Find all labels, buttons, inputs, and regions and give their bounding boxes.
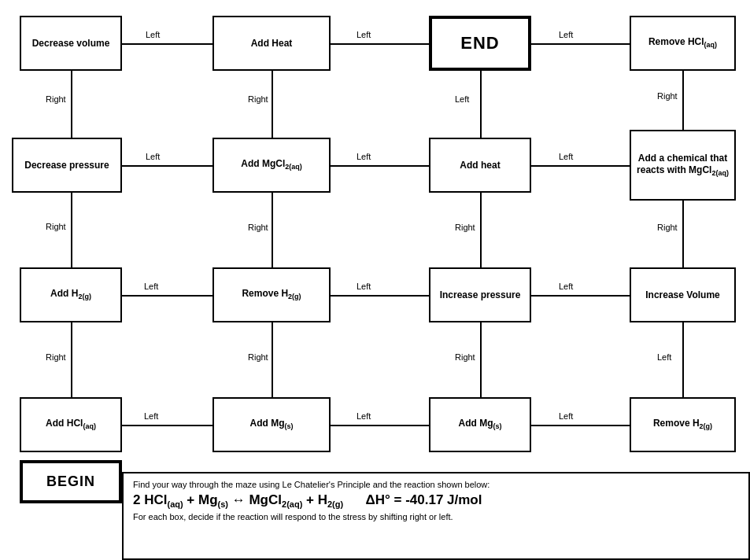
vline-c0-0-1 bbox=[71, 71, 72, 138]
label-c0-v1-2: Right bbox=[46, 222, 66, 231]
node-remove-h2g-bot: Remove H2(g) bbox=[630, 397, 736, 452]
node-decrease-pressure: Decrease pressure bbox=[12, 138, 122, 193]
hline-r2-1 bbox=[122, 295, 212, 297]
hline-r0-3 bbox=[531, 43, 630, 45]
label-r3-h1: Left bbox=[144, 411, 158, 421]
node-add-mgs-bot-mid: Add Mg(s) bbox=[429, 397, 531, 452]
label-r1-h2: Left bbox=[357, 152, 371, 161]
label-r0-h1: Left bbox=[146, 30, 160, 39]
label-r2-h3: Left bbox=[559, 282, 573, 291]
node-add-heat-top: Add Heat bbox=[212, 16, 331, 71]
node-add-mgs-bot-left: Add Mg(s) bbox=[212, 397, 331, 452]
label-r1-h1: Left bbox=[146, 152, 160, 161]
vline-c1-0-1 bbox=[272, 71, 273, 138]
label-r2-h2: Left bbox=[357, 282, 371, 291]
info-equation: 2 HCl(aq) + Mg(s) ↔ MgCl2(aq) + H2(g) ΔH… bbox=[133, 492, 739, 509]
label-c3-v2-3: Left bbox=[657, 352, 671, 362]
node-increase-volume: Increase Volume bbox=[630, 267, 736, 322]
hline-r0-2 bbox=[331, 43, 429, 45]
label-c3-v0-1: Right bbox=[657, 91, 678, 101]
label-c2-v0-1: Left bbox=[455, 94, 469, 104]
node-add-h2g: Add H2(g) bbox=[20, 267, 122, 322]
info-line1: Find your way through the maze using Le … bbox=[133, 480, 739, 489]
label-r1-h3: Left bbox=[559, 152, 573, 161]
node-add-chemical: Add a chemical that reacts with MgCl2(aq… bbox=[630, 130, 736, 201]
label-c2-v1-2: Right bbox=[455, 223, 475, 232]
node-end: END bbox=[429, 16, 531, 71]
hline-r1-1 bbox=[122, 165, 212, 167]
label-c3-v1-2: Right bbox=[657, 223, 678, 232]
label-c2-v2-3: Right bbox=[455, 352, 475, 362]
label-r0-h2: Left bbox=[357, 30, 371, 39]
vline-c0-1-2 bbox=[71, 193, 72, 267]
node-decrease-volume: Decrease volume bbox=[20, 16, 122, 71]
node-remove-h2g: Remove H2(g) bbox=[212, 267, 331, 322]
hline-r2-2 bbox=[331, 295, 429, 297]
node-remove-hcl: Remove HCl(aq) bbox=[630, 16, 736, 71]
label-c0-v0-1: Right bbox=[46, 94, 66, 104]
label-r3-h2: Left bbox=[357, 411, 371, 421]
label-c1-v0-1: Right bbox=[248, 94, 268, 104]
hline-r0-1 bbox=[122, 43, 212, 45]
info-line3: For each box, decide if the reaction wil… bbox=[133, 512, 739, 521]
vline-c2-0-1 bbox=[480, 71, 482, 138]
hline-r3-1 bbox=[122, 425, 212, 426]
vline-c3-1-2 bbox=[682, 201, 684, 267]
node-add-heat-mid: Add heat bbox=[429, 138, 531, 193]
vline-c1-2-3 bbox=[272, 322, 273, 397]
vline-c0-2-3 bbox=[71, 322, 72, 397]
info-box: Find your way through the maze using Le … bbox=[122, 472, 750, 560]
maze-container: Decrease volume Add Heat END Remove HCl(… bbox=[0, 0, 750, 472]
maze-wrapper: Decrease volume Add Heat END Remove HCl(… bbox=[0, 0, 750, 560]
hline-r2-3 bbox=[531, 295, 630, 297]
label-c1-v1-2: Right bbox=[248, 223, 268, 232]
vline-c2-2-3 bbox=[480, 322, 482, 397]
vline-c3-0-1 bbox=[682, 71, 684, 130]
label-r2-h1: Left bbox=[144, 282, 158, 291]
hline-r1-3 bbox=[531, 165, 630, 167]
node-add-hcl: Add HCl(aq) bbox=[20, 397, 122, 452]
label-r3-h3: Left bbox=[559, 411, 573, 421]
label-r0-h3: Left bbox=[559, 30, 573, 39]
label-c1-v2-3: Right bbox=[248, 352, 268, 362]
node-increase-pressure: Increase pressure bbox=[429, 267, 531, 322]
vline-c1-1-2 bbox=[272, 193, 273, 267]
hline-r3-3 bbox=[531, 425, 630, 426]
node-begin: BEGIN bbox=[20, 460, 122, 503]
label-c0-v2-3: Right bbox=[46, 352, 66, 362]
vline-c3-2-3 bbox=[682, 322, 684, 397]
vline-c2-1-2 bbox=[480, 193, 482, 267]
node-add-mgcl2: Add MgCl2(aq) bbox=[212, 138, 331, 193]
hline-r1-2 bbox=[331, 165, 429, 167]
hline-r3-2 bbox=[331, 425, 429, 426]
